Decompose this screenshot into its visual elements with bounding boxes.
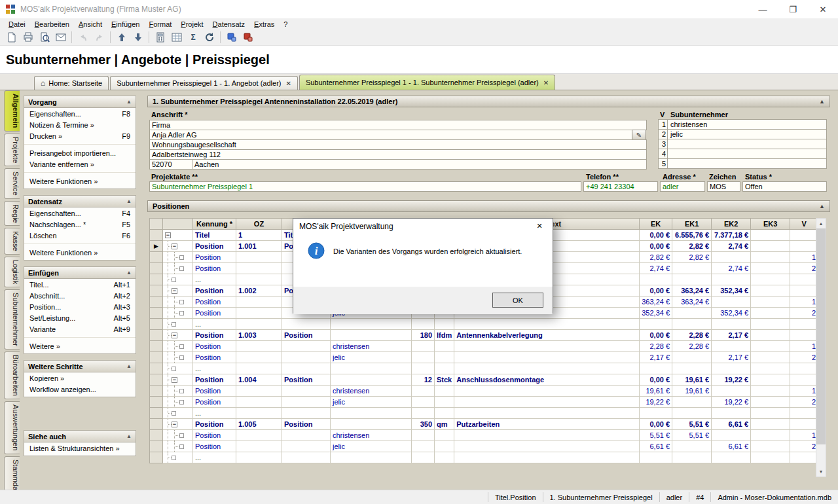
cell-ek2[interactable]: 6,61 € xyxy=(712,419,751,430)
cell-ek1[interactable]: 2,28 € xyxy=(672,330,712,341)
menu-bearbeiten[interactable]: Bearbeiten xyxy=(30,20,74,29)
cell-ek[interactable]: 19,61 € xyxy=(640,386,672,397)
cell-v[interactable] xyxy=(790,408,818,419)
cell-kennung[interactable]: Position xyxy=(193,341,236,352)
nav-item-set-leistung[interactable]: Set/Leistung...Alt+5 xyxy=(24,312,136,323)
cell-ek1[interactable] xyxy=(672,408,712,419)
cell-ek[interactable]: 6,61 € xyxy=(640,441,672,452)
cell-ek2[interactable] xyxy=(712,319,751,330)
cell-name[interactable] xyxy=(331,374,412,386)
cell-typ[interactable]: Position xyxy=(282,419,331,430)
cell-name[interactable]: christensen xyxy=(331,341,412,352)
cell-ek1[interactable]: 19,61 € xyxy=(672,386,712,397)
cell-ek3[interactable] xyxy=(751,330,790,341)
table-icon[interactable] xyxy=(168,30,185,45)
cell-einheit[interactable] xyxy=(435,341,454,352)
row-selector[interactable] xyxy=(150,408,163,419)
cell-ek2[interactable] xyxy=(712,452,751,463)
cell-ek1[interactable]: 363,24 € xyxy=(672,297,712,308)
nav-item-titel[interactable]: Titel...Alt+1 xyxy=(24,279,136,290)
row-selector[interactable] xyxy=(150,274,163,285)
plz-field[interactable]: 52070 xyxy=(149,159,192,170)
tree-node-icon[interactable] xyxy=(172,411,176,416)
status-field[interactable]: Offen xyxy=(742,181,827,192)
cell-ek[interactable]: 2,17 € xyxy=(640,352,672,363)
nav-item-eigenschaften[interactable]: Eigenschaften...F4 xyxy=(24,207,136,219)
cell-v[interactable]: 2 xyxy=(790,263,818,274)
cell-kurztext[interactable] xyxy=(454,430,640,441)
menu-item[interactable]: ? xyxy=(279,20,292,29)
cell-menge[interactable] xyxy=(412,352,435,363)
side-tab-subunternehmer[interactable]: Subunternehmer xyxy=(4,289,20,350)
nav-group-header-weitere-schritte[interactable]: Weitere Schritte▲ xyxy=(24,361,136,372)
cell-oz[interactable]: 1.001 xyxy=(236,241,282,252)
cell-ek1[interactable]: 2,28 € xyxy=(672,341,712,352)
tree-node-icon[interactable] xyxy=(179,300,184,304)
side-tab-projekte[interactable]: Projekte xyxy=(4,134,20,166)
cell-ek1[interactable]: 5,51 € xyxy=(672,430,712,441)
cell-ek3[interactable] xyxy=(751,441,790,452)
cell-menge[interactable] xyxy=(412,363,435,374)
scroll-down-icon[interactable]: ▼ xyxy=(816,467,826,477)
row-selector[interactable] xyxy=(150,330,163,341)
cell-typ[interactable]: Position xyxy=(282,374,331,386)
position-row-sub[interactable]: Positionjelic19,22 €19,22 €2 xyxy=(150,397,818,408)
cell-ek[interactable]: 363,24 € xyxy=(640,297,672,308)
side-tab-service[interactable]: Service xyxy=(4,168,20,199)
cell-kennung[interactable]: Titel xyxy=(193,230,236,241)
cell-ek1[interactable] xyxy=(672,363,712,374)
cell-v[interactable] xyxy=(790,241,818,252)
side-tab-kasse[interactable]: Kasse xyxy=(4,228,20,255)
row-selector[interactable] xyxy=(150,363,163,374)
close-button[interactable]: ✕ xyxy=(808,0,838,18)
cell-oz[interactable] xyxy=(236,341,282,352)
cell-ek1[interactable]: 6.555,76 € xyxy=(672,230,712,241)
cell-typ[interactable] xyxy=(282,363,331,374)
collapse-group-icon[interactable]: ▲ xyxy=(126,270,132,276)
row-selector[interactable] xyxy=(150,452,163,463)
cell-ek2[interactable] xyxy=(712,341,751,352)
cell-ek3[interactable] xyxy=(751,408,790,419)
cell-ek3[interactable] xyxy=(751,241,790,252)
menu-projekt[interactable]: Projekt xyxy=(176,20,208,29)
mail-icon[interactable] xyxy=(52,30,69,45)
cell-kurztext[interactable]: Antennenkabelverlegung xyxy=(454,330,640,341)
cell-v[interactable]: 2 xyxy=(790,397,818,408)
cell-oz[interactable]: 1 xyxy=(236,230,282,241)
cell-oz[interactable] xyxy=(236,252,282,263)
cell-name[interactable]: jelic xyxy=(331,352,412,363)
redo-icon[interactable] xyxy=(91,30,107,45)
cell-menge[interactable] xyxy=(412,408,435,419)
cell-name[interactable] xyxy=(331,363,412,374)
side-tab-regie[interactable]: Regie xyxy=(4,201,20,226)
cell-v[interactable] xyxy=(790,452,818,463)
cell-einheit[interactable] xyxy=(435,386,454,397)
cell-v[interactable] xyxy=(790,419,818,430)
cell-einheit[interactable] xyxy=(435,430,454,441)
cell-kurztext[interactable] xyxy=(454,363,640,374)
cell-v[interactable]: 1 xyxy=(790,386,818,397)
cell-ek1[interactable] xyxy=(672,308,712,319)
cell-ek1[interactable] xyxy=(672,441,712,452)
column-header-ek3[interactable]: EK3 xyxy=(751,219,790,230)
nav-group-header-einfügen[interactable]: Einfügen▲ xyxy=(24,267,136,279)
telefon-field[interactable]: +49 241 23304 xyxy=(583,181,658,192)
cell-ek3[interactable] xyxy=(751,274,790,285)
menu-extras[interactable]: Extras xyxy=(249,20,279,29)
subunternehmer-row[interactable]: 4 xyxy=(658,149,827,159)
subunternehmer-name-cell[interactable] xyxy=(667,158,827,169)
cell-einheit[interactable] xyxy=(435,441,454,452)
cell-name[interactable]: christensen xyxy=(331,430,412,441)
nav-item-variante-entfernen[interactable]: Variante entfernen » xyxy=(24,158,136,170)
print-preview-icon[interactable] xyxy=(36,30,52,45)
collapse-group-icon[interactable]: ▲ xyxy=(126,363,132,369)
cell-kennung[interactable]: Position xyxy=(193,352,236,363)
collapse-node-icon[interactable]: − xyxy=(172,377,177,383)
cell-v[interactable]: 1 xyxy=(790,252,818,263)
cell-kennung[interactable]: Position xyxy=(193,285,236,297)
cell-ek3[interactable] xyxy=(751,252,790,263)
tab-subunternehmer-preisspiegel-1-1-angebot-adler[interactable]: Subunternehmer Preisspiegel 1 - 1. Angeb… xyxy=(110,76,298,90)
cell-kennung[interactable]: Position xyxy=(193,397,236,408)
cell-ek3[interactable] xyxy=(751,419,790,430)
cell-kurztext[interactable] xyxy=(454,319,640,330)
